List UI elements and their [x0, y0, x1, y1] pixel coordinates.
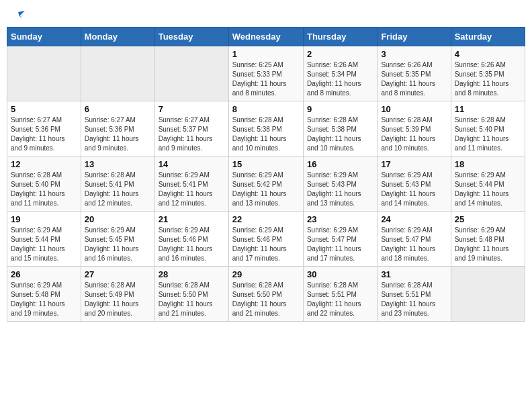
- day-number: 10: [381, 104, 447, 114]
- calendar-cell: 10Sunrise: 6:28 AM Sunset: 5:39 PM Dayli…: [378, 101, 451, 156]
- day-info: Sunrise: 6:29 AM Sunset: 5:45 PM Dayligh…: [85, 226, 151, 263]
- day-number: 4: [455, 49, 521, 59]
- weekday-header-tuesday: Tuesday: [154, 28, 228, 46]
- calendar-cell: 18Sunrise: 6:29 AM Sunset: 5:44 PM Dayli…: [451, 156, 525, 212]
- calendar-cell: 24Sunrise: 6:29 AM Sunset: 5:47 PM Dayli…: [378, 212, 451, 267]
- day-info: Sunrise: 6:29 AM Sunset: 5:43 PM Dayligh…: [307, 171, 373, 208]
- day-info: Sunrise: 6:28 AM Sunset: 5:38 PM Dayligh…: [232, 116, 300, 153]
- calendar-cell: 27Sunrise: 6:28 AM Sunset: 5:49 PM Dayli…: [81, 267, 154, 322]
- calendar-cell: 14Sunrise: 6:29 AM Sunset: 5:41 PM Dayli…: [154, 156, 228, 212]
- day-info: Sunrise: 6:29 AM Sunset: 5:41 PM Dayligh…: [159, 171, 225, 208]
- weekday-header-thursday: Thursday: [303, 28, 377, 46]
- day-number: 25: [455, 214, 521, 224]
- calendar-cell: 19Sunrise: 6:29 AM Sunset: 5:44 PM Dayli…: [7, 212, 81, 267]
- day-number: 29: [232, 269, 300, 279]
- day-info: Sunrise: 6:29 AM Sunset: 5:46 PM Dayligh…: [232, 226, 300, 263]
- day-info: Sunrise: 6:26 AM Sunset: 5:35 PM Dayligh…: [381, 60, 447, 98]
- calendar-cell: 6Sunrise: 6:27 AM Sunset: 5:36 PM Daylig…: [81, 101, 154, 156]
- day-number: 14: [159, 159, 225, 169]
- calendar-cell: 3Sunrise: 6:26 AM Sunset: 5:35 PM Daylig…: [378, 46, 451, 101]
- day-number: 8: [232, 104, 300, 114]
- weekday-header-wednesday: Wednesday: [228, 28, 303, 46]
- day-number: 3: [381, 49, 447, 59]
- svg-marker-0: [18, 11, 25, 16]
- calendar-cell: [7, 46, 81, 101]
- calendar-cell: 1Sunrise: 6:25 AM Sunset: 5:33 PM Daylig…: [228, 46, 303, 101]
- day-info: Sunrise: 6:28 AM Sunset: 5:39 PM Dayligh…: [381, 116, 447, 153]
- day-number: 17: [381, 159, 447, 169]
- day-number: 2: [307, 49, 373, 59]
- day-info: Sunrise: 6:27 AM Sunset: 5:37 PM Dayligh…: [159, 116, 225, 153]
- calendar-cell: 2Sunrise: 6:26 AM Sunset: 5:34 PM Daylig…: [303, 46, 377, 101]
- calendar-cell: 31Sunrise: 6:28 AM Sunset: 5:51 PM Dayli…: [378, 267, 451, 322]
- day-info: Sunrise: 6:29 AM Sunset: 5:42 PM Dayligh…: [232, 171, 300, 208]
- day-info: Sunrise: 6:25 AM Sunset: 5:33 PM Dayligh…: [232, 60, 300, 98]
- calendar-cell: 20Sunrise: 6:29 AM Sunset: 5:45 PM Dayli…: [81, 212, 154, 267]
- day-info: Sunrise: 6:26 AM Sunset: 5:35 PM Dayligh…: [455, 60, 521, 98]
- day-number: 7: [159, 104, 225, 114]
- day-info: Sunrise: 6:28 AM Sunset: 5:38 PM Dayligh…: [307, 116, 373, 153]
- calendar-cell: 23Sunrise: 6:29 AM Sunset: 5:47 PM Dayli…: [303, 212, 377, 267]
- day-number: 12: [11, 159, 77, 169]
- day-info: Sunrise: 6:29 AM Sunset: 5:47 PM Dayligh…: [307, 226, 373, 263]
- calendar-cell: 7Sunrise: 6:27 AM Sunset: 5:37 PM Daylig…: [154, 101, 228, 156]
- logo-bird-icon: [13, 9, 25, 21]
- calendar-cell: [81, 46, 154, 101]
- day-number: 30: [307, 269, 373, 279]
- day-number: 11: [455, 104, 521, 114]
- calendar-cell: 5Sunrise: 6:27 AM Sunset: 5:36 PM Daylig…: [7, 101, 81, 156]
- day-info: Sunrise: 6:29 AM Sunset: 5:43 PM Dayligh…: [381, 171, 447, 208]
- calendar-cell: 30Sunrise: 6:28 AM Sunset: 5:51 PM Dayli…: [303, 267, 377, 322]
- calendar-cell: [154, 46, 228, 101]
- day-info: Sunrise: 6:29 AM Sunset: 5:44 PM Dayligh…: [455, 171, 521, 208]
- day-info: Sunrise: 6:29 AM Sunset: 5:44 PM Dayligh…: [11, 226, 77, 263]
- day-info: Sunrise: 6:29 AM Sunset: 5:48 PM Dayligh…: [455, 226, 521, 263]
- day-number: 23: [307, 214, 373, 224]
- logo: [12, 9, 26, 19]
- calendar-cell: 11Sunrise: 6:28 AM Sunset: 5:40 PM Dayli…: [451, 101, 525, 156]
- calendar-cell: 29Sunrise: 6:28 AM Sunset: 5:50 PM Dayli…: [228, 267, 303, 322]
- day-info: Sunrise: 6:29 AM Sunset: 5:47 PM Dayligh…: [381, 226, 447, 263]
- day-number: 1: [232, 49, 300, 59]
- day-info: Sunrise: 6:28 AM Sunset: 5:49 PM Dayligh…: [85, 281, 151, 318]
- day-number: 28: [159, 269, 225, 279]
- weekday-header-saturday: Saturday: [451, 28, 525, 46]
- day-number: 27: [85, 269, 151, 279]
- page-header: [7, 7, 525, 21]
- day-info: Sunrise: 6:28 AM Sunset: 5:51 PM Dayligh…: [307, 281, 373, 318]
- weekday-header-sunday: Sunday: [7, 28, 81, 46]
- day-info: Sunrise: 6:29 AM Sunset: 5:46 PM Dayligh…: [159, 226, 225, 263]
- day-number: 20: [85, 214, 151, 224]
- day-number: 18: [455, 159, 521, 169]
- calendar-cell: 25Sunrise: 6:29 AM Sunset: 5:48 PM Dayli…: [451, 212, 525, 267]
- calendar-cell: 21Sunrise: 6:29 AM Sunset: 5:46 PM Dayli…: [154, 212, 228, 267]
- calendar-table: SundayMondayTuesdayWednesdayThursdayFrid…: [7, 27, 525, 322]
- day-number: 9: [307, 104, 373, 114]
- day-info: Sunrise: 6:28 AM Sunset: 5:41 PM Dayligh…: [85, 171, 151, 208]
- day-info: Sunrise: 6:29 AM Sunset: 5:48 PM Dayligh…: [11, 281, 77, 318]
- day-info: Sunrise: 6:28 AM Sunset: 5:50 PM Dayligh…: [232, 281, 300, 318]
- calendar-cell: 22Sunrise: 6:29 AM Sunset: 5:46 PM Dayli…: [228, 212, 303, 267]
- calendar-cell: 8Sunrise: 6:28 AM Sunset: 5:38 PM Daylig…: [228, 101, 303, 156]
- day-number: 15: [232, 159, 300, 169]
- calendar-cell: 26Sunrise: 6:29 AM Sunset: 5:48 PM Dayli…: [7, 267, 81, 322]
- calendar-cell: [451, 267, 525, 322]
- day-number: 6: [85, 104, 151, 114]
- calendar-cell: 15Sunrise: 6:29 AM Sunset: 5:42 PM Dayli…: [228, 156, 303, 212]
- day-info: Sunrise: 6:27 AM Sunset: 5:36 PM Dayligh…: [11, 116, 77, 153]
- day-info: Sunrise: 6:26 AM Sunset: 5:34 PM Dayligh…: [307, 60, 373, 98]
- calendar-cell: 16Sunrise: 6:29 AM Sunset: 5:43 PM Dayli…: [303, 156, 377, 212]
- day-number: 13: [85, 159, 151, 169]
- calendar-cell: 13Sunrise: 6:28 AM Sunset: 5:41 PM Dayli…: [81, 156, 154, 212]
- day-number: 26: [11, 269, 77, 279]
- day-number: 19: [11, 214, 77, 224]
- calendar-cell: 4Sunrise: 6:26 AM Sunset: 5:35 PM Daylig…: [451, 46, 525, 101]
- weekday-header-friday: Friday: [378, 28, 451, 46]
- day-number: 24: [381, 214, 447, 224]
- calendar-cell: 17Sunrise: 6:29 AM Sunset: 5:43 PM Dayli…: [378, 156, 451, 212]
- day-info: Sunrise: 6:27 AM Sunset: 5:36 PM Dayligh…: [85, 116, 151, 153]
- calendar-cell: 28Sunrise: 6:28 AM Sunset: 5:50 PM Dayli…: [154, 267, 228, 322]
- calendar-cell: 12Sunrise: 6:28 AM Sunset: 5:40 PM Dayli…: [7, 156, 81, 212]
- day-number: 21: [159, 214, 225, 224]
- day-number: 16: [307, 159, 373, 169]
